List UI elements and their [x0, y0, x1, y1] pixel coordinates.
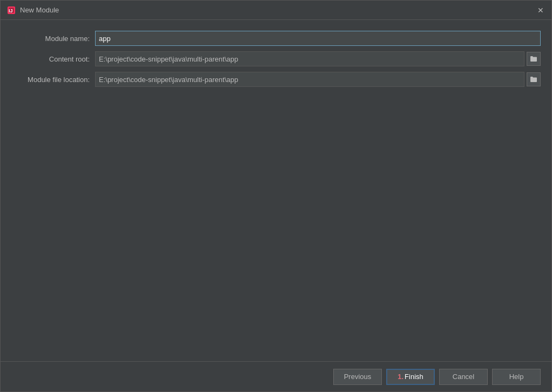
- module-file-location-row: Module file location:: [11, 72, 541, 87]
- module-file-location-folder-button[interactable]: [527, 72, 541, 86]
- cancel-button[interactable]: Cancel: [439, 369, 488, 385]
- module-name-row: Module name:: [11, 31, 541, 46]
- form-area: Module name: Content root:: [11, 31, 541, 87]
- intellij-icon: IJ: [7, 6, 16, 15]
- module-file-location-label: Module file location:: [11, 76, 90, 84]
- module-file-location-input[interactable]: [95, 72, 524, 87]
- new-module-dialog: IJ New Module ✕ Module name: Content roo…: [0, 0, 552, 392]
- svg-text:IJ: IJ: [9, 8, 13, 13]
- content-spacer: [11, 87, 541, 353]
- content-root-input-wrapper: [95, 51, 541, 66]
- help-button[interactable]: Help: [492, 369, 541, 385]
- finish-button[interactable]: 1. Finish: [386, 369, 435, 385]
- module-name-input[interactable]: [95, 31, 541, 46]
- title-bar-left: IJ New Module: [7, 6, 59, 15]
- content-root-input[interactable]: [95, 51, 524, 66]
- module-name-input-wrapper: [95, 31, 541, 46]
- close-button[interactable]: ✕: [536, 6, 545, 15]
- dialog-title: New Module: [20, 6, 59, 14]
- module-file-location-input-wrapper: [95, 72, 541, 87]
- title-bar: IJ New Module ✕: [1, 1, 551, 20]
- previous-button[interactable]: Previous: [333, 369, 382, 385]
- module-name-label: Module name:: [11, 35, 90, 43]
- finish-label: Finish: [405, 373, 423, 381]
- dialog-content: Module name: Content root:: [1, 20, 551, 361]
- dialog-footer: Previous 1. Finish Cancel Help: [1, 361, 551, 391]
- content-root-row: Content root:: [11, 51, 541, 66]
- folder-icon: [530, 76, 537, 83]
- finish-badge: 1.: [398, 373, 403, 381]
- folder-icon: [530, 56, 537, 62]
- content-root-label: Content root:: [11, 55, 90, 63]
- content-root-folder-button[interactable]: [527, 52, 541, 66]
